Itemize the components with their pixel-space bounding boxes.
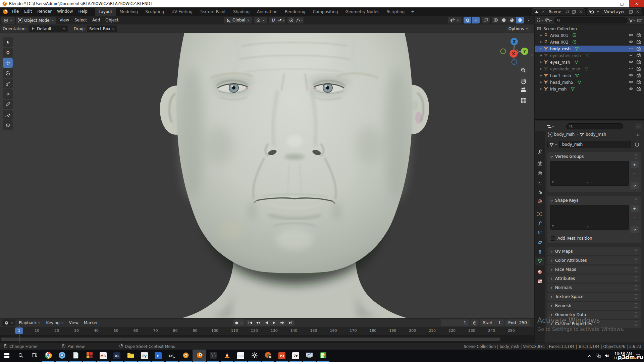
notification-center-icon[interactable] [635,353,641,359]
drag-setting-dropdown[interactable]: Select Box [87,25,117,32]
workspace-tab-layout[interactable]: Layout [95,8,116,16]
eye-open-icon[interactable] [628,40,634,45]
outliner-row-Area.001[interactable]: Area.001 [535,32,644,39]
shading-wireframe-button[interactable] [492,17,500,23]
taskbar-icon-bvs[interactable]: BVS [234,350,248,362]
xray-toggle[interactable] [482,17,490,23]
camera-visibility-icon[interactable] [636,87,641,92]
disclosure-triangle-icon[interactable] [540,33,542,38]
workspace-tab-animation[interactable]: Animation [253,8,281,16]
taskbar-icon-notes[interactable] [316,350,330,362]
outliner-row-hair1_msh[interactable]: hair1_msh [535,72,644,79]
viewport-menu-view[interactable]: View [57,16,72,24]
properties-tab-modifiers[interactable] [535,219,544,228]
navigation-gizmo[interactable]: Z Y X [499,35,531,107]
network-icon[interactable] [596,353,601,359]
workspace-tab-scripting[interactable]: Scripting [383,8,408,16]
new-scene-icon[interactable] [571,9,577,14]
tray-chevron-icon[interactable] [587,353,592,359]
panel-normals[interactable]: Normals:::::::: [547,284,641,292]
camera-visibility-icon[interactable] [636,73,641,78]
taskbar-icon-terminal[interactable]: C:\_ [165,350,179,362]
remove-vertex-group-button[interactable]: − [631,169,639,177]
properties-tab-scene[interactable] [535,187,544,196]
taskbar-icon-mr-app[interactable]: MR [96,350,110,362]
taskbar-icon-chrome[interactable] [41,350,55,362]
panel-grip[interactable]: :::::::: [634,294,639,299]
editor-type-button[interactable] [1,17,15,24]
properties-editor-type-button[interactable] [547,124,554,129]
disclosure-triangle-icon[interactable] [540,40,542,45]
overlays-dropdown[interactable] [472,17,480,23]
delete-scene-icon[interactable]: ✕ [578,9,583,14]
play-button[interactable] [270,320,278,326]
workspace-tab-rendering[interactable]: Rendering [281,8,309,16]
panel-texture-space[interactable]: Texture Space:::::::: [547,293,641,301]
viewport-menu-select[interactable]: Select [72,16,90,24]
panel-grip[interactable]: :::::::: [634,321,639,326]
properties-tab-output[interactable] [535,169,544,177]
breadcrumb-data[interactable]: body_msh [586,132,606,137]
panel-grip[interactable]: :::::::: [634,276,639,281]
properties-tab-material[interactable] [535,267,544,276]
taskbar-icon-chromium[interactable] [55,350,69,362]
outliner-row-eyelashes_msh[interactable]: eyelashes_msh [535,52,644,59]
fake-user-button[interactable] [633,141,641,148]
gizmo-axis-neg-z[interactable] [512,60,517,65]
scene-selector[interactable]: Scene ✕ [532,8,585,15]
panel-custom-properties[interactable]: Custom Properties:::::::: [547,320,641,328]
add-rest-position-checkbox[interactable] [551,236,555,241]
jump-to-start-button[interactable] [246,320,254,326]
viewport-menu-add[interactable]: Add [90,16,103,24]
topbar-menu-window[interactable]: Window [54,7,75,16]
timeline-menu-view[interactable]: View [66,319,81,327]
next-keyframe-button[interactable] [278,320,286,326]
shading-material-button[interactable] [508,17,516,23]
properties-tab-render[interactable] [535,159,544,168]
panel-face-maps[interactable]: Face Maps:::::::: [547,265,641,274]
tool-move-button[interactable] [3,58,13,68]
datablock-name-field[interactable]: body_msh [547,141,631,148]
options-dropdown[interactable]: Options [506,25,531,32]
snap-settings-dropdown[interactable] [277,17,285,23]
topbar-menu-help[interactable]: Help [75,7,90,16]
eye-closed-icon[interactable] [628,47,634,51]
filter-button[interactable] [629,18,636,23]
tool-rotate-button[interactable] [3,68,13,78]
mode-selector[interactable]: Object Mode [16,17,56,24]
timeline-scrollbar[interactable] [1,338,500,341]
taskbar-icon-photos[interactable] [83,350,96,362]
panel-geometry-data[interactable]: Geometry Data:::::::: [547,311,641,319]
pin-icon[interactable] [565,9,570,14]
pivot-point-selector[interactable] [254,17,267,23]
panel-grip[interactable]: :::::::: [634,285,639,290]
tool-annotate-button[interactable] [3,100,13,109]
topbar-menu-file[interactable]: File [9,7,21,16]
shading-dropdown[interactable] [526,17,531,23]
eye-open-icon[interactable] [628,33,634,38]
timeline-menu-marker[interactable]: Marker [81,319,100,327]
camera-visibility-icon[interactable] [636,67,641,72]
taskbar-icon-settings[interactable] [248,350,261,362]
panel-grip[interactable]: :::::::: [634,154,639,159]
workspace-tab-uv-editing[interactable]: UV Editing [168,8,196,16]
properties-tab-view-layer[interactable] [535,178,544,187]
timeline-menu-playback[interactable]: Playback [16,319,43,327]
remove-shape-key-button[interactable]: − [631,213,639,221]
shading-solid-button[interactable] [500,17,508,23]
vertex-group-specials-button[interactable] [631,182,639,189]
zoom-button[interactable] [519,66,528,75]
pin-id-icon[interactable] [635,132,641,137]
panel-grip[interactable]: :::::::: [634,303,639,308]
taskbar-icon-task-view[interactable] [28,350,41,362]
orthographic-toggle-button[interactable] [519,96,528,105]
volume-icon[interactable] [604,353,610,359]
shape-keys-list[interactable]: :::: [550,205,629,230]
topbar-menu-render[interactable]: Render [35,7,54,16]
taskbar-icon-search[interactable] [14,350,28,362]
shape-keys-panel-header[interactable]: Shape Keys :::::::: [547,196,641,205]
outliner-row-body_msh[interactable]: body_msh [535,46,644,52]
outliner-row-head_msh5[interactable]: head_msh5 [535,79,644,86]
sidebar-collapse-arrow[interactable]: ‹ [531,53,533,58]
taskbar-icon-blender[interactable] [193,350,206,362]
